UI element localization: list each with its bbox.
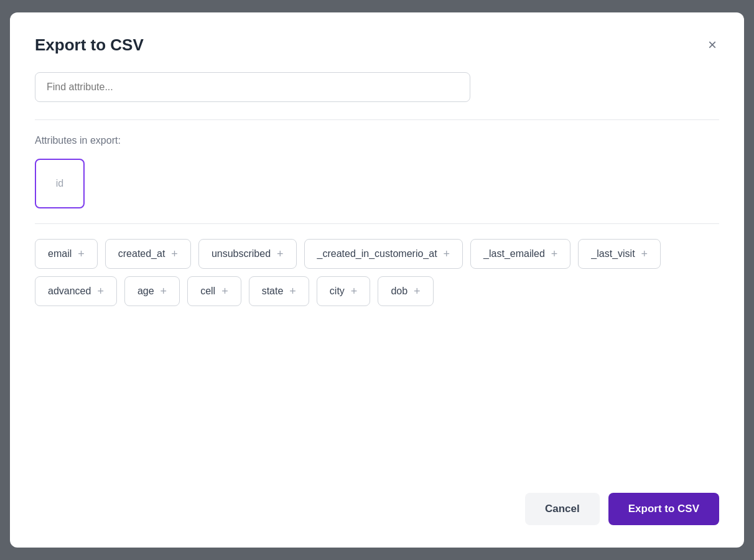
available-attribute-chip[interactable]: _created_in_customerio_at+	[304, 239, 463, 269]
available-attribute-label: advanced	[48, 286, 91, 297]
available-attribute-label: created_at	[118, 248, 165, 259]
add-icon: +	[641, 248, 648, 259]
available-attribute-chip[interactable]: created_at+	[105, 239, 191, 269]
available-attribute-chip[interactable]: advanced+	[35, 276, 117, 306]
available-attribute-chip[interactable]: state+	[249, 276, 309, 306]
selected-attribute-label: id	[56, 178, 63, 189]
add-icon: +	[161, 286, 167, 297]
available-attribute-chip[interactable]: age+	[124, 276, 180, 306]
add-icon: +	[97, 286, 104, 297]
selected-attribute-chip[interactable]: id	[35, 159, 85, 208]
available-attribute-chip[interactable]: _last_visit+	[578, 239, 661, 269]
divider-bottom	[35, 223, 719, 224]
available-attribute-label: _last_emailed	[483, 248, 545, 259]
add-icon: +	[414, 286, 421, 297]
available-attribute-label: email	[48, 248, 72, 259]
add-icon: +	[289, 286, 296, 297]
export-button[interactable]: Export to CSV	[608, 493, 719, 525]
add-icon: +	[171, 248, 178, 259]
export-csv-modal: Export to CSV × Attributes in export: id…	[10, 12, 744, 548]
add-icon: +	[351, 286, 358, 297]
modal-header: Export to CSV ×	[35, 35, 719, 55]
available-attribute-chip[interactable]: unsubscribed+	[198, 239, 297, 269]
available-attribute-label: state	[262, 286, 284, 297]
add-icon: +	[78, 248, 85, 259]
cancel-button[interactable]: Cancel	[525, 493, 600, 525]
available-attribute-label: _created_in_customerio_at	[317, 248, 437, 259]
available-attribute-label: age	[137, 286, 154, 297]
divider-top	[35, 119, 719, 120]
available-attribute-chip[interactable]: _last_emailed+	[470, 239, 570, 269]
available-attribute-chip[interactable]: city+	[317, 276, 371, 306]
available-attributes-list: email+created_at+unsubscribed+_created_i…	[35, 239, 719, 306]
modal-overlay: Export to CSV × Attributes in export: id…	[0, 0, 754, 560]
available-attribute-label: unsubscribed	[212, 248, 271, 259]
section-label: Attributes in export:	[35, 135, 719, 146]
add-icon: +	[221, 286, 228, 297]
available-attribute-chip[interactable]: email+	[35, 239, 98, 269]
modal-title: Export to CSV	[35, 35, 144, 55]
available-attribute-label: _last_visit	[591, 248, 635, 259]
available-attribute-chip[interactable]: dob+	[378, 276, 433, 306]
available-attribute-label: dob	[391, 286, 407, 297]
available-attribute-label: cell	[200, 286, 215, 297]
selected-attributes-list: id	[35, 159, 719, 208]
modal-footer: Cancel Export to CSV	[35, 474, 719, 525]
add-icon: +	[277, 248, 284, 259]
add-icon: +	[551, 248, 558, 259]
search-input[interactable]	[35, 72, 470, 102]
add-icon: +	[444, 248, 450, 259]
available-attribute-chip[interactable]: cell+	[187, 276, 241, 306]
available-attribute-label: city	[330, 286, 345, 297]
close-button[interactable]: ×	[705, 35, 719, 55]
